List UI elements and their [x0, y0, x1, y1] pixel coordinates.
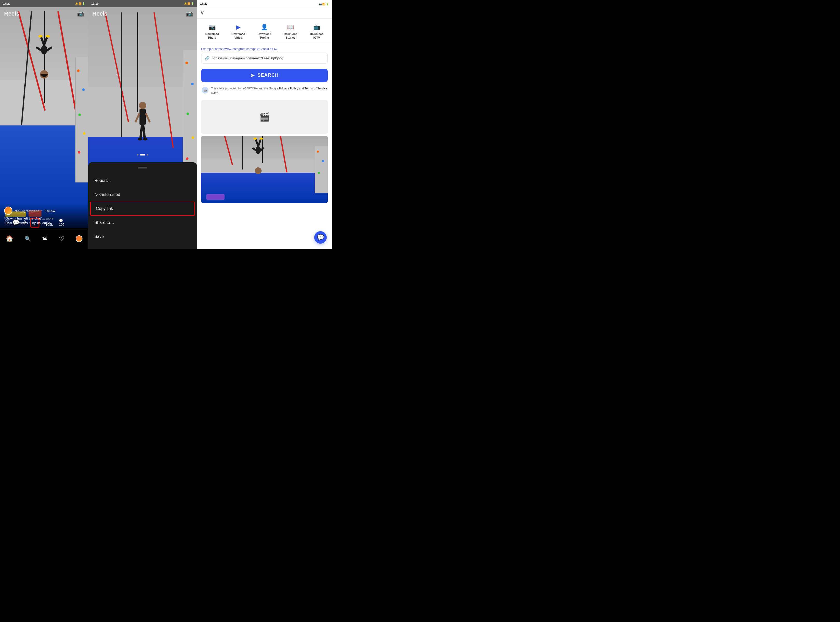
- context-menu: Report… Not interested Copy link Share t…: [88, 162, 197, 249]
- camera-icon-1[interactable]: 📷: [77, 11, 84, 17]
- search-btn-label: SEARCH: [257, 73, 279, 78]
- status-time-2: 17:19: [91, 2, 99, 5]
- vp-hold-2: [322, 160, 324, 162]
- svg-line-13: [141, 125, 142, 138]
- share-icon-1[interactable]: ✈: [23, 219, 27, 226]
- profile-tab-icon: 👤: [261, 24, 268, 30]
- svg-rect-21: [257, 168, 259, 172]
- preview-placeholder-area: 🎬: [201, 100, 328, 134]
- nav-search-1[interactable]: 🔍: [24, 236, 31, 242]
- username-1[interactable]: real_igreatness: [15, 209, 39, 213]
- svg-line-12: [146, 113, 150, 122]
- wall-hold-2: [82, 88, 85, 91]
- menu-item-report[interactable]: Report…: [88, 174, 197, 188]
- chat-icon: 💬: [317, 234, 324, 241]
- tab-download-video[interactable]: ▶ DownloadVideo: [225, 22, 252, 43]
- camera-icon-2[interactable]: 📷: [186, 11, 193, 17]
- user-avatar-1[interactable]: [4, 207, 12, 215]
- menu-item-save[interactable]: Save: [88, 230, 197, 244]
- status-time-1: 17:20: [3, 2, 11, 5]
- p2-hold-2: [191, 83, 194, 85]
- p2-rope-3: [137, 12, 138, 112]
- back-chevron-icon[interactable]: ∧: [200, 9, 204, 16]
- p2-hold-3: [186, 113, 189, 115]
- svg-point-9: [139, 102, 146, 109]
- chat-fab-button[interactable]: 💬: [314, 231, 327, 244]
- url-input[interactable]: [212, 56, 324, 60]
- svg-line-11: [135, 113, 139, 122]
- wall-hold-5: [78, 151, 80, 154]
- terms-of-service-link[interactable]: Terms of Service: [305, 87, 327, 90]
- tab-download-photo[interactable]: 📷 DownloadPhoto: [199, 22, 225, 43]
- svg-line-6: [44, 37, 47, 45]
- video-tab-label: DownloadVideo: [232, 32, 245, 40]
- nav-reels-1[interactable]: 📽: [42, 236, 47, 242]
- privacy-policy-link[interactable]: Privacy Policy: [279, 87, 298, 90]
- example-url[interactable]: https://www.instagram.com/p/BnCssnxHOBv/: [215, 47, 277, 51]
- gymnast-figure-1: [31, 34, 57, 91]
- tab-download-igtv[interactable]: 📺 DownloadIGTV: [304, 22, 330, 43]
- climbing-wall-1: [75, 57, 88, 183]
- search-btn-icon: ➤: [250, 72, 255, 79]
- p2-hold-4: [192, 136, 194, 139]
- svg-rect-10: [139, 109, 146, 125]
- recaptcha-logo-icon: 🤖: [201, 86, 209, 94]
- stories-tab-label: DownloadStories: [284, 32, 298, 40]
- status-symbols-3: 📷 📶 🔋: [319, 3, 329, 5]
- example-label: Example:: [201, 47, 214, 51]
- panel-instagram-reels-2: 17:19 🔔 📶 🔋 Reels 📷: [88, 0, 197, 249]
- more-dots-icon-1: ⋮: [32, 220, 37, 226]
- p2-rope-2: [121, 12, 122, 137]
- status-icons-1: 🔔 📶 🔋: [75, 2, 85, 5]
- menu-item-copy-link[interactable]: Copy link: [90, 202, 195, 216]
- status-icons-symbols-1: 🔔 📶 🔋: [75, 2, 85, 5]
- video-background-1: [0, 0, 88, 228]
- vp-hold-1: [317, 151, 319, 152]
- status-symbols-2: 🔔 📶 🔋: [184, 2, 194, 5]
- photo-tab-icon: 📷: [209, 24, 216, 30]
- panel-download-tool: 17:20 📷 📶 🔋 ∧ 📷 DownloadPhoto ▶ Download…: [197, 0, 332, 249]
- nav-heart-1[interactable]: ♡: [59, 235, 64, 242]
- video-tab-icon: ▶: [236, 24, 241, 30]
- menu-item-not-interested[interactable]: Not interested: [88, 188, 197, 202]
- stories-tab-icon: 📖: [287, 24, 294, 30]
- more-button-1[interactable]: ⋮: [31, 218, 40, 227]
- follow-button-1[interactable]: Follow: [44, 209, 55, 213]
- top-bar-1: Reels 📷: [0, 7, 88, 20]
- tab-download-stories[interactable]: 📖 DownloadStories: [277, 22, 304, 43]
- profile-tab-label: DownloadProfile: [258, 32, 272, 40]
- tab-download-profile[interactable]: 👤 DownloadProfile: [252, 22, 278, 43]
- svg-point-7: [38, 35, 43, 38]
- vp-equipment-purple: [206, 194, 225, 200]
- wall-hold-3: [78, 113, 81, 116]
- dot-1: [137, 154, 139, 156]
- dot-3: [147, 154, 148, 156]
- example-text: Example: https://www.instagram.com/p/BnC…: [201, 47, 328, 51]
- preview-placeholder-icon: 🎬: [259, 112, 270, 122]
- p2-hold-1: [185, 62, 188, 64]
- menu-handle: [138, 168, 147, 168]
- comment-icon-1[interactable]: 💬: [12, 219, 20, 226]
- nav-profile-1[interactable]: [76, 235, 82, 242]
- url-section: Example: https://www.instagram.com/p/BnC…: [197, 43, 332, 66]
- svg-point-15: [137, 138, 142, 140]
- nav-home-1[interactable]: 🏠: [6, 235, 14, 242]
- url-input-row: 🔗: [201, 53, 328, 64]
- gymnast-figure-preview: [248, 137, 269, 184]
- igtv-tab-icon: 📺: [313, 24, 320, 30]
- wall-hold-4: [83, 132, 86, 135]
- status-bar-2: 17:19 🔔 📶 🔋: [88, 0, 197, 7]
- svg-text:🤖: 🤖: [203, 88, 207, 92]
- vp-rope-2: [241, 136, 243, 169]
- status-icons-2: 🔔 📶 🔋: [184, 2, 194, 5]
- like-icon-1[interactable]: ♡: [4, 219, 9, 226]
- gymnast-standing-2: [132, 98, 153, 144]
- svg-point-16: [143, 138, 148, 140]
- search-button[interactable]: ➤ SEARCH: [201, 69, 328, 82]
- user-row-1: real_igreatness • Follow: [4, 207, 84, 215]
- link-icon: 🔗: [205, 56, 210, 61]
- panel-instagram-reels-1: 17:20 🔔 📶 🔋 Reels 📷: [0, 0, 88, 249]
- svg-point-27: [260, 138, 263, 140]
- status-time-3: 17:20: [200, 2, 208, 5]
- menu-item-share[interactable]: Share to…: [88, 216, 197, 230]
